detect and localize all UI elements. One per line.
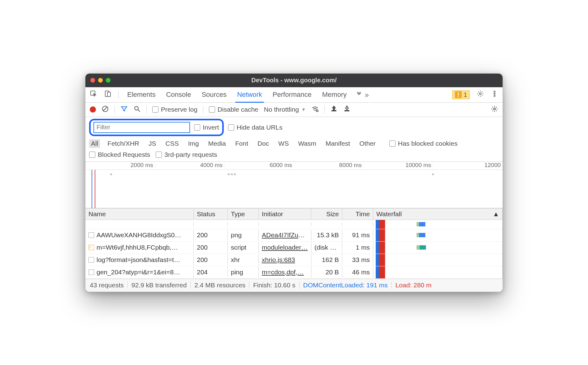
import-har-icon[interactable]	[330, 105, 338, 114]
third-party-checkbox[interactable]: 3rd-party requests	[156, 151, 217, 158]
filter-funnel-icon[interactable]	[120, 105, 128, 114]
disable-cache-checkbox[interactable]: Disable cache	[209, 106, 258, 113]
maximize-window-button[interactable]	[106, 78, 110, 83]
filter-highlight: Invert	[89, 119, 224, 136]
issues-badge[interactable]: ! 1	[452, 90, 470, 99]
search-icon[interactable]	[133, 105, 141, 114]
type-img[interactable]: Img	[186, 139, 201, 148]
has-blocked-cookies-checkbox[interactable]: Has blocked cookies	[389, 140, 458, 147]
extra-filters: Blocked Requests 3rd-party requests	[85, 150, 503, 162]
table-row[interactable]: AAWUweXANHG8IddxgS0… 200 png ADea4I7IfZu…	[85, 229, 503, 242]
resource-type-filters: All Fetch/XHR JS CSS Img Media Font Doc …	[85, 138, 503, 150]
type-ws[interactable]: WS	[276, 139, 291, 148]
blocked-requests-checkbox[interactable]: Blocked Requests	[89, 151, 150, 158]
request-table-header: Name Status Type Initiator Size Time Wat…	[85, 208, 503, 220]
request-rows: AAWUweXANHG8IddxgS0… 200 png ADea4I7IfZu…	[85, 229, 503, 279]
status-load: Load: 280 m	[396, 281, 432, 289]
devtools-window: DevTools - www.google.com/ Elements Cons…	[85, 73, 503, 292]
more-tabs-icon[interactable]: »	[355, 90, 369, 99]
status-bar: 43 requests 92.9 kB transferred 2.4 MB r…	[85, 279, 503, 292]
svg-point-5	[494, 93, 495, 94]
tab-sources[interactable]: Sources	[200, 91, 228, 99]
sort-indicator-icon: ▲	[493, 210, 499, 218]
type-css[interactable]: CSS	[164, 139, 181, 148]
svg-point-6	[494, 95, 495, 97]
table-row[interactable]: m=Wt6vjf,hhhU8,FCpbqb,… 200 script modul…	[85, 242, 503, 254]
type-media[interactable]: Media	[206, 139, 228, 148]
col-size[interactable]: Size	[311, 208, 342, 220]
svg-point-14	[494, 108, 495, 110]
main-tabs: Elements Console Sources Network Perform…	[85, 87, 503, 103]
status-finish: Finish: 10.60 s	[253, 281, 296, 289]
warning-icon: !	[455, 91, 462, 98]
filter-bar: Invert Hide data URLs	[85, 117, 503, 138]
window-controls	[90, 78, 110, 83]
network-toolbar: Preserve log Disable cache No throttling…	[85, 103, 503, 117]
hide-data-urls-checkbox[interactable]: Hide data URLs	[228, 124, 283, 131]
col-waterfall[interactable]: Waterfall ▲	[373, 208, 503, 220]
svg-point-11	[316, 110, 318, 112]
col-status[interactable]: Status	[194, 208, 228, 220]
tab-network[interactable]: Network	[235, 91, 264, 103]
device-toggle-icon[interactable]	[104, 90, 111, 99]
svg-point-9	[135, 106, 138, 110]
tab-performance[interactable]: Performance	[271, 91, 313, 99]
col-name[interactable]: Name	[85, 208, 194, 220]
close-window-button[interactable]	[90, 78, 95, 83]
svg-line-10	[138, 110, 140, 112]
inspect-icon[interactable]	[90, 90, 97, 99]
svg-rect-13	[345, 110, 349, 111]
table-row[interactable]: log?format=json&hasfast=t… 200 xhr xhrio…	[85, 254, 503, 266]
status-dcl: DOMContentLoaded: 191 ms	[303, 281, 388, 289]
timeline-ruler: 2000 ms 4000 ms 6000 ms 8000 ms 10000 ms…	[85, 162, 503, 170]
network-settings-gear-icon[interactable]	[491, 105, 498, 114]
tab-elements[interactable]: Elements	[125, 91, 158, 99]
type-fetch-xhr[interactable]: Fetch/XHR	[106, 139, 141, 148]
image-file-icon	[89, 232, 94, 238]
tab-memory[interactable]: Memory	[320, 91, 348, 99]
col-initiator[interactable]: Initiator	[259, 208, 311, 220]
filter-input[interactable]	[94, 122, 190, 133]
svg-point-3	[479, 93, 481, 95]
preserve-log-checkbox[interactable]: Preserve log	[152, 106, 197, 113]
type-js[interactable]: JS	[147, 139, 158, 148]
window-title: DevTools - www.google.com/	[251, 77, 337, 84]
status-resources: 2.4 MB resources	[194, 281, 245, 289]
export-har-icon[interactable]	[343, 105, 351, 114]
type-all[interactable]: All	[89, 139, 100, 148]
svg-point-4	[494, 91, 495, 92]
script-file-icon	[89, 245, 94, 250]
generic-file-icon	[89, 257, 94, 263]
type-other[interactable]: Other	[357, 139, 378, 148]
titlebar: DevTools - www.google.com/	[85, 74, 503, 87]
svg-rect-2	[107, 92, 110, 97]
type-font[interactable]: Font	[233, 139, 250, 148]
status-transferred: 92.9 kB transferred	[132, 281, 187, 289]
tab-console[interactable]: Console	[164, 91, 193, 99]
table-row	[85, 220, 503, 229]
clear-icon[interactable]	[102, 105, 109, 114]
dcl-marker	[92, 170, 92, 208]
invert-checkbox[interactable]: Invert	[194, 124, 219, 131]
table-row[interactable]: gen_204?atyp=i&r=1&ei=8… 204 ping m=cdos…	[85, 266, 503, 279]
type-manifest[interactable]: Manifest	[324, 139, 352, 148]
kebab-menu-icon[interactable]	[491, 90, 498, 99]
load-marker	[95, 170, 95, 208]
col-time[interactable]: Time	[342, 208, 373, 220]
status-requests: 43 requests	[90, 281, 124, 289]
network-conditions-icon[interactable]	[311, 105, 319, 114]
generic-file-icon	[89, 269, 94, 275]
type-doc[interactable]: Doc	[256, 139, 271, 148]
settings-gear-icon[interactable]	[477, 90, 484, 99]
throttling-dropdown[interactable]: No throttling ▼	[264, 106, 306, 113]
svg-line-8	[103, 107, 107, 111]
record-button[interactable]	[90, 106, 96, 113]
col-type[interactable]: Type	[228, 208, 259, 220]
timeline-overview[interactable]: 2000 ms 4000 ms 6000 ms 8000 ms 10000 ms…	[85, 162, 503, 208]
svg-rect-12	[332, 110, 336, 111]
minimize-window-button[interactable]	[98, 78, 103, 83]
type-wasm[interactable]: Wasm	[296, 139, 318, 148]
